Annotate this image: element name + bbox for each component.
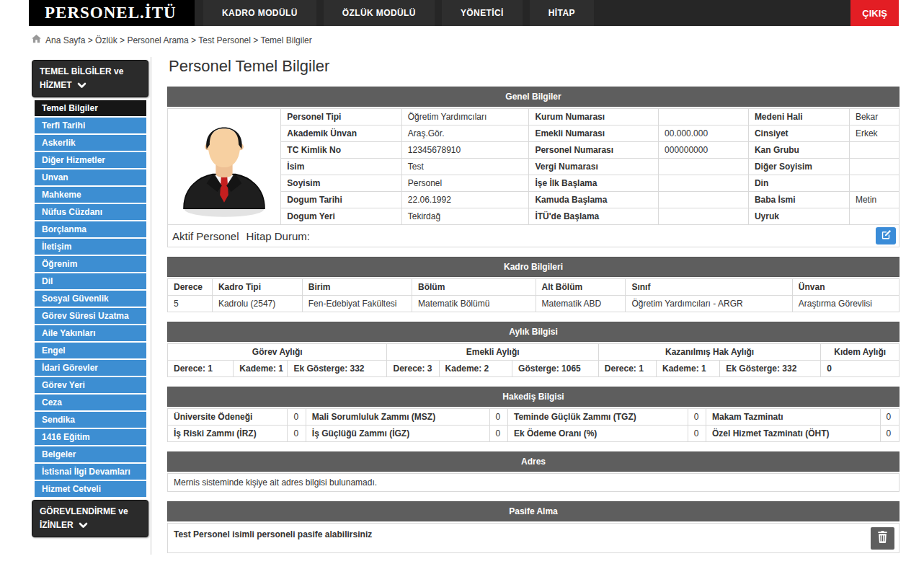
table-header-row: Derece Kadro Tipi Birim Bölüm Alt Bölüm … xyxy=(168,279,899,296)
sidebar-item-idari-gorevler[interactable]: İdari Görevler xyxy=(35,360,146,376)
sidebar-item-sosyal-guvenlik[interactable]: Sosyal Güvenlik xyxy=(35,291,146,307)
field-label: Ek Ödeme Oranı (%) xyxy=(507,426,688,442)
field-label: İsim xyxy=(281,159,401,175)
field-label: Vergi Numarası xyxy=(529,159,659,175)
field-value xyxy=(849,208,899,225)
field-label: Emekli Numarası xyxy=(529,125,659,142)
cell-value: 0 xyxy=(821,361,899,377)
pasife-alma-box: Test Personel isimli personeli pasife al… xyxy=(167,523,899,553)
field-value: 0 xyxy=(880,426,899,442)
field-label: Uyruk xyxy=(748,208,849,225)
sidebar-item-unvan[interactable]: Unvan xyxy=(35,169,146,185)
cell-value: Kademe: 1 xyxy=(656,361,719,377)
sidebar-item-engel[interactable]: Engel xyxy=(35,343,146,358)
menu-item-hitap[interactable]: HİTAP xyxy=(530,0,594,26)
sidebar-section-gorevlendirme-ve-izinler[interactable]: GÖREVLENDİRME ve İZİNLER xyxy=(32,500,148,537)
sidebar-item-1416-egitim[interactable]: 1416 Eğitim xyxy=(35,429,146,445)
sidebar-section-temel-bilgiler-ve-hizmet[interactable]: TEMEL BİLGİLER ve HİZMET xyxy=(32,60,148,97)
field-label: Makam Tazminatı xyxy=(706,409,881,426)
cell-value: Ek Gösterge: 332 xyxy=(288,361,387,377)
section-header-pasife-alma: Pasife Alma xyxy=(167,501,899,521)
group-header: Görev Aylığı xyxy=(168,344,387,361)
sidebar-item-askerlik[interactable]: Askerlik xyxy=(35,135,146,151)
column-header: Derece xyxy=(168,279,213,296)
cell-value: 5 xyxy=(168,296,213,312)
sidebar-item-belgeler[interactable]: Belgeler xyxy=(35,446,146,462)
page-title: Personel Temel Bilgiler xyxy=(169,57,899,76)
field-value: 22.06.1992 xyxy=(401,192,529,208)
field-value: 0 xyxy=(489,409,507,426)
status-row: Aktif Personel Hitap Durum: xyxy=(167,224,899,247)
chevron-down-icon xyxy=(77,79,86,93)
cell-value: Fen-Edebiyat Fakültesi xyxy=(302,296,412,312)
menu-item-yonetici[interactable]: YÖNETİCİ xyxy=(442,0,523,26)
field-value xyxy=(659,175,749,192)
breadcrumb[interactable]: Ana Sayfa > Özlük > Personel Arama > Tes… xyxy=(32,35,895,45)
sidebar-item-dil[interactable]: Dil xyxy=(35,273,146,289)
menu-item-kadro-modulu[interactable]: KADRO MODÜLÜ xyxy=(203,0,316,26)
field-value: 0 xyxy=(880,409,899,426)
field-label: Kurum Numarası xyxy=(529,109,659,125)
avatar xyxy=(174,113,274,219)
sidebar-item-hizmet-cetveli[interactable]: Hizmet Cetveli xyxy=(35,481,146,497)
deactivate-button[interactable] xyxy=(871,527,894,550)
menu-item-ozluk-modulu[interactable]: ÖZLÜK MODÜLÜ xyxy=(324,0,435,26)
sidebar-item-temel-bilgiler[interactable]: Temel Bilgiler xyxy=(35,100,146,116)
sidebar-item-borclanma[interactable]: Borçlanma xyxy=(35,221,146,237)
section-header-genel-bilgiler: Genel Bilgiler xyxy=(167,87,899,107)
cell-value: Kadrolu (2547) xyxy=(212,296,302,312)
field-value: Araş.Gör. xyxy=(401,125,529,142)
field-label: Diğer Soyisim xyxy=(748,159,849,175)
home-icon xyxy=(32,35,41,45)
section-header-aylik-bilgisi: Aylık Bilgisi xyxy=(167,322,899,342)
field-label: Dogum Tarihi xyxy=(281,192,401,208)
page-layout: TEMEL BİLGİLER ve HİZMET Temel Bilgiler … xyxy=(32,57,899,555)
sidebar-item-ogrenim[interactable]: Öğrenim xyxy=(35,256,146,272)
field-value xyxy=(659,192,749,208)
edit-button[interactable] xyxy=(876,227,896,244)
main-menu: KADRO MODÜLÜ ÖZLÜK MODÜLÜ YÖNETİCİ HİTAP xyxy=(203,0,601,26)
field-value: Metin xyxy=(849,192,899,208)
field-label: Akademik Ünvan xyxy=(281,125,401,142)
field-value: 0 xyxy=(288,426,306,442)
table-group-header-row: Görev Aylığı Emekli Aylığı Kazanılmış Ha… xyxy=(168,344,899,361)
field-value: Erkek xyxy=(849,125,899,142)
trash-icon xyxy=(877,531,888,545)
group-header: Kazanılmış Hak Aylığı xyxy=(598,344,821,361)
sidebar-item-diger-hizmetler[interactable]: Diğer Hizmetler xyxy=(35,152,146,168)
aylik-bilgisi-table: Görev Aylığı Emekli Aylığı Kazanılmış Ha… xyxy=(167,343,899,377)
field-value xyxy=(659,159,749,175)
field-label: Soyisim xyxy=(281,175,401,192)
sidebar-item-terfi-tarihi[interactable]: Terfi Tarihi xyxy=(35,118,146,133)
sidebar-item-sendika[interactable]: Sendika xyxy=(35,412,146,428)
field-label: İTÜ'de Başlama xyxy=(529,208,659,225)
table-row: Personel Tipi Öğretim Yardımcıları Kurum… xyxy=(168,109,899,125)
group-header: Emekli Aylığı xyxy=(387,344,598,361)
field-value: 00.000.000 xyxy=(659,125,749,142)
field-label: İş Riski Zammı (İRZ) xyxy=(168,426,288,442)
column-header: Kadro Tipi xyxy=(212,279,302,296)
sidebar-item-nufus-cuzdani[interactable]: Nüfus Cüzdanı xyxy=(35,204,146,220)
field-value xyxy=(849,142,899,159)
sidebar-item-iletisim[interactable]: İletişim xyxy=(35,239,146,255)
field-label: Baba İsmi xyxy=(748,192,849,208)
sidebar-item-mahkeme[interactable]: Mahkeme xyxy=(35,187,146,203)
cell-value: Ek Gösterge: 332 xyxy=(720,361,821,377)
section-header-adres: Adres xyxy=(167,451,899,472)
field-label: Mali Sorumluluk Zammı (MSZ) xyxy=(306,409,489,426)
field-value: Öğretim Yardımcıları xyxy=(401,109,529,125)
field-value: Tekirdağ xyxy=(401,208,529,225)
sidebar: TEMEL BİLGİLER ve HİZMET Temel Bilgiler … xyxy=(32,57,151,555)
sidebar-item-gorev-yeri[interactable]: Görev Yeri xyxy=(35,377,146,393)
sidebar-item-aile-yakinlari[interactable]: Aile Yakınları xyxy=(35,325,146,341)
status-badge: Aktif Personel xyxy=(172,230,239,242)
table-row: 5 Kadrolu (2547) Fen-Edebiyat Fakültesi … xyxy=(168,296,899,312)
sidebar-item-istisnai-ilgi-devamlari[interactable]: İstisnai İlgi Devamları xyxy=(35,464,146,480)
app-logo[interactable]: PERSONEL.İTÜ xyxy=(29,0,195,26)
field-label: Medeni Hali xyxy=(748,109,849,125)
sidebar-item-gorev-suresi-uzatma[interactable]: Görev Süresi Uzatma xyxy=(35,308,146,324)
sidebar-item-ceza[interactable]: Ceza xyxy=(35,395,146,410)
logout-button[interactable]: ÇIKIŞ xyxy=(850,0,899,26)
field-label: Teminde Güçlük Zammı (TGZ) xyxy=(507,409,688,426)
table-row: İş Riski Zammı (İRZ) 0 İş Güçlüğü Zammı … xyxy=(168,426,899,442)
